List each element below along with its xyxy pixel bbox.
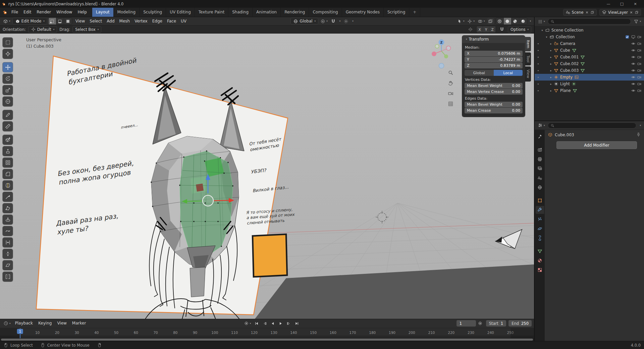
workspace-tab-animation[interactable]: Animation xyxy=(253,8,281,17)
tool-shrink-fatten[interactable] xyxy=(3,249,13,259)
tool-scale[interactable] xyxy=(3,85,13,95)
properties-tab-scene[interactable] xyxy=(535,174,544,182)
workspace-tab-geometry-nodes[interactable]: Geometry Nodes xyxy=(342,8,384,17)
camera-vis-toggle[interactable] xyxy=(637,55,642,59)
tool-inset-faces[interactable] xyxy=(3,158,13,167)
workspace-tab-compositing[interactable]: Compositing xyxy=(309,8,342,17)
menu-edit[interactable]: Edit xyxy=(21,8,34,17)
orientation-dropdown[interactable]: Default ▾ xyxy=(28,26,57,33)
solid-shading-button[interactable] xyxy=(504,18,512,24)
pivot-point-dropdown[interactable]: ▾ xyxy=(319,18,329,24)
outliner-row-scene-collection[interactable]: ▾ Scene Collection xyxy=(535,27,644,34)
workspace-tab-scripting[interactable]: Scripting xyxy=(384,8,409,17)
properties-search-input[interactable] xyxy=(548,122,637,129)
vertex-select-button[interactable] xyxy=(49,18,56,24)
camera-vis-toggle[interactable] xyxy=(637,75,642,80)
viewport-3d[interactable]: Работала в двойнойбухгалтериипчееел...Бе… xyxy=(0,34,534,319)
properties-tab-particles[interactable] xyxy=(535,215,544,223)
eye-toggle[interactable] xyxy=(631,88,636,93)
outliner-row-camera[interactable]: • ▸ Camera xyxy=(535,40,644,47)
mirror-x-toggle[interactable]: X xyxy=(477,26,483,33)
sidebar-tab-tool[interactable]: Tool xyxy=(525,52,531,65)
properties-tab-render[interactable] xyxy=(535,146,544,154)
jump-to-end-button[interactable] xyxy=(293,320,301,327)
viewlayer-new-button[interactable] xyxy=(635,10,639,14)
edge-select-button[interactable] xyxy=(56,18,64,24)
tool-poly-build[interactable] xyxy=(3,203,13,213)
timeline-scrollbar[interactable] xyxy=(0,338,534,341)
camera-vis-toggle[interactable] xyxy=(637,41,642,46)
outliner-row-cube-002[interactable]: • ▸ Cube.002 xyxy=(535,60,644,67)
proportional-edit-toggle[interactable] xyxy=(342,18,350,24)
properties-filter-button[interactable]: ▾ xyxy=(638,122,642,129)
mirror-y-toggle[interactable]: Y xyxy=(483,26,489,33)
blender-menu-button[interactable] xyxy=(3,10,8,15)
outliner-row-cube-003[interactable]: • ▸ Cube.003 xyxy=(535,67,644,74)
drag-dropdown[interactable]: Select Box ▾ xyxy=(72,26,101,33)
outliner-row-collection[interactable]: ▾ Collection xyxy=(535,34,644,40)
add-workspace-button[interactable]: + xyxy=(409,8,420,17)
expand-arrow-icon[interactable]: ▸ xyxy=(549,76,553,79)
camera-vis-toggle[interactable] xyxy=(637,68,642,73)
gizmo-neg-z-ball[interactable] xyxy=(439,63,444,68)
gizmo-neg-x-ball[interactable] xyxy=(446,46,451,50)
ortho-toggle-button[interactable] xyxy=(446,100,454,108)
playhead[interactable]: 1 xyxy=(20,328,20,339)
camera-vis-toggle[interactable] xyxy=(637,35,642,39)
median-z-field[interactable]: Z 0.83789 m xyxy=(465,63,523,68)
tool-smooth[interactable] xyxy=(3,226,13,236)
properties-tab-texture[interactable] xyxy=(535,266,544,274)
viewport-menu-view[interactable]: View xyxy=(73,17,87,25)
checkbox-toggle[interactable] xyxy=(625,35,630,39)
outliner-row-cube[interactable]: • ▸ Cube xyxy=(535,47,644,54)
mean-crease-field[interactable]: Mean Crease 0.00 xyxy=(465,108,523,113)
current-frame-field[interactable]: 1 xyxy=(457,320,476,327)
material-shading-button[interactable] xyxy=(512,18,519,24)
properties-tab-tool[interactable] xyxy=(535,133,544,141)
eye-toggle[interactable] xyxy=(631,82,636,86)
zoom-button[interactable] xyxy=(446,68,454,77)
properties-tab-object[interactable] xyxy=(535,196,544,205)
mode-dropdown[interactable]: Edit Mode ▾ xyxy=(12,18,47,24)
eye-toggle[interactable] xyxy=(631,48,636,53)
tool-bevel[interactable] xyxy=(3,169,13,179)
timeline-ruler-area[interactable]: 1020304050607080901001101201301401501601… xyxy=(0,328,534,339)
viewport-menu-vertex[interactable]: Vertex xyxy=(132,17,150,25)
sidebar-tab-view[interactable]: View xyxy=(525,66,531,81)
tool-annotate[interactable] xyxy=(3,110,13,120)
eye-toggle[interactable] xyxy=(631,55,636,59)
frame-start-field[interactable]: Start 1 xyxy=(486,320,506,327)
tool-loop-cut[interactable] xyxy=(3,181,13,190)
tool-add-cube[interactable] xyxy=(3,135,13,145)
expand-arrow-icon[interactable]: ▸ xyxy=(549,42,553,45)
viewport-menu-uv[interactable]: UV xyxy=(178,17,189,25)
minimize-button[interactable]: — xyxy=(602,0,615,8)
properties-tab-view-layer[interactable] xyxy=(535,164,544,173)
timeline-menu-keying[interactable]: Keying xyxy=(36,319,54,328)
shading-dropdown[interactable]: ▾ xyxy=(528,18,532,24)
tool-knife[interactable] xyxy=(3,192,13,202)
frame-end-field[interactable]: End 250 xyxy=(508,320,532,327)
timeline-menu-playback[interactable]: Playback xyxy=(12,319,36,328)
maximize-button[interactable]: □ xyxy=(615,0,629,8)
navigation-gizmo[interactable]: Z xyxy=(429,38,453,70)
properties-tab-data[interactable] xyxy=(535,247,544,255)
expand-arrow-icon[interactable]: ▸ xyxy=(549,62,553,65)
jump-to-next-keyframe-button[interactable] xyxy=(285,320,292,327)
eye-toggle[interactable] xyxy=(631,41,636,46)
edge-mean-bevel-weight-field[interactable]: Mean Bevel Weight 0.00 xyxy=(465,102,523,107)
menu-render[interactable]: Render xyxy=(34,8,54,17)
viewport-menu-select[interactable]: Select xyxy=(87,17,104,25)
play-button[interactable] xyxy=(277,320,284,327)
editor-type-button[interactable]: ▾ xyxy=(2,18,11,24)
outliner-row-light[interactable]: • ▸ Light xyxy=(535,81,644,87)
playback-sync-button[interactable]: ▾ xyxy=(243,320,252,327)
frame-ruler[interactable]: 1020304050607080901001101201301401501601… xyxy=(0,328,534,336)
pin-icon[interactable] xyxy=(636,132,641,137)
scene-unlink-button[interactable] xyxy=(585,10,589,14)
gizmo-y-ball[interactable] xyxy=(444,54,448,58)
snap-settings-dropdown[interactable]: ▾ xyxy=(338,18,342,24)
jump-to-start-button[interactable] xyxy=(253,320,260,327)
workspace-tab-shading[interactable]: Shading xyxy=(228,8,253,17)
gizmos-dropdown[interactable]: ▾ xyxy=(466,18,476,24)
